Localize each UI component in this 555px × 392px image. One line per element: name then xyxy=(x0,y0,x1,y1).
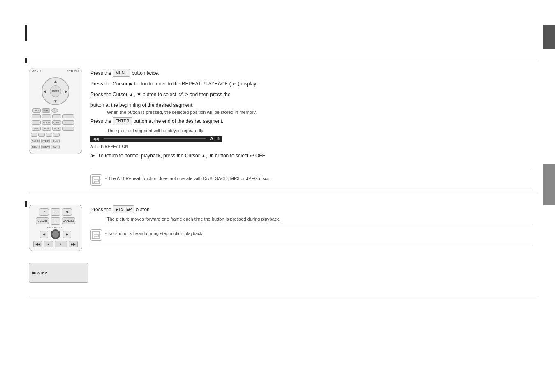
step3-text2: button at the beginning of the desired s… xyxy=(90,101,194,109)
remote-btn7: LOGIC xyxy=(52,120,61,125)
remote-btn9: ZOOM xyxy=(32,127,41,131)
remote-section1: MENU RETURN ▲ ▼ ◀ ▶ ENTER MP3 A-B ↩ A- xyxy=(29,68,88,158)
play-btn-prev: ◀◀ xyxy=(33,241,42,247)
remote-btn21: EFFECT xyxy=(41,145,50,149)
accent-bar-section1 xyxy=(25,58,27,63)
s2-step1-pre: Press the xyxy=(90,206,111,213)
arrow-left-icon: ◀ xyxy=(43,89,46,94)
remote-btn18: EFFECT xyxy=(41,139,50,143)
step1-text-suf: button twice. xyxy=(132,69,159,77)
step4-pre: Press the xyxy=(90,118,111,125)
remote-menu-label: MENU xyxy=(32,70,41,73)
ab-display-bar: ◀◀ A · B xyxy=(90,136,222,142)
svg-marker-4 xyxy=(97,179,101,182)
step4-suf: button at the end of the desired segment… xyxy=(134,118,224,125)
clear-btn: CLEAR xyxy=(36,217,49,224)
numpad-row2: CLEAR 0 CANCEL xyxy=(32,217,79,225)
num-7: 7 xyxy=(39,208,49,216)
s2-step1-sub: The picture moves forward one frame each… xyxy=(107,217,530,221)
step3-line: Press the Cursor ▲, ▼ button to select <… xyxy=(90,91,530,98)
arrow-up-icon: ▲ xyxy=(53,79,58,83)
divider-top xyxy=(29,61,539,61)
remote-btn19: D4+1 xyxy=(51,139,60,143)
remote-btn16 xyxy=(53,133,60,137)
enter-label: ENTER xyxy=(52,90,59,92)
s2-step1-suf: button. xyxy=(136,206,151,213)
step4-subnote: The specified segment will be played rep… xyxy=(107,128,530,133)
tip-box: ➤ To return to normal playback, press th… xyxy=(90,152,530,159)
accent-bar-section2 xyxy=(25,201,27,207)
play-btn-stop: ■ xyxy=(44,241,53,247)
right-accent-top xyxy=(543,25,555,49)
remote-btn14 xyxy=(38,133,45,137)
step1-text-pre: Press the xyxy=(90,69,111,77)
step3-text: Press the Cursor ▲, ▼ button to select <… xyxy=(90,91,231,98)
display-spacer xyxy=(104,138,206,139)
remote-btn1 xyxy=(32,114,41,118)
remote-btn-mp3: MP3 xyxy=(32,108,41,113)
remote-btn2 xyxy=(42,114,51,118)
step-display-label: ▶I STEP xyxy=(32,271,47,275)
section1-note-box: • The A-B Repeat function does not opera… xyxy=(90,171,530,189)
step3-subnote: When the button is pressed, the selected… xyxy=(107,110,530,115)
step2-line: Press the Cursor ▶ button to move to the… xyxy=(90,80,530,88)
step-left-btn: ◀ xyxy=(40,231,48,238)
step4-sub-text: The specified segment will be played rep… xyxy=(107,128,204,133)
remote-btn4 xyxy=(62,114,74,118)
step1-line: Press the MENU button twice. xyxy=(90,69,530,77)
section1-content: Press the MENU button twice. Press the C… xyxy=(90,69,530,159)
remote-btn20: MENU xyxy=(31,145,40,149)
remote-btn11: S.ETC xyxy=(52,127,61,131)
note-icon2 xyxy=(90,229,102,241)
remote-return-label: RETURN xyxy=(67,70,79,73)
step2-text: Press the Cursor ▶ button to move to the… xyxy=(90,80,257,88)
tip-text: To return to normal playback, press the … xyxy=(98,152,266,159)
remote-btn22: D4+1 xyxy=(51,145,60,149)
remote-btn10: V.STR xyxy=(42,127,51,131)
section2-note-box: • No sound is heard during step motion p… xyxy=(90,226,530,244)
enter-button-inline: ENTER xyxy=(113,117,132,125)
cancel-btn: CANCEL xyxy=(62,217,75,224)
play-btn-next: ▶▶ xyxy=(69,241,78,247)
step3-block: Press the Cursor ▲, ▼ button to select <… xyxy=(90,91,530,115)
num-9: 9 xyxy=(62,208,72,216)
numpad-row1: 7 8 9 xyxy=(32,208,79,216)
note-icon1 xyxy=(90,174,102,186)
step4-block: Press the ENTER button at the end of the… xyxy=(90,117,530,133)
remote-section2: 7 8 9 CLEAR 0 CANCEL STEP REPEAT ◀ ▶ xyxy=(29,205,88,251)
step-circle-btn xyxy=(51,229,60,239)
accent-bar-top xyxy=(25,25,27,41)
right-accent-mid xyxy=(543,164,555,205)
remote-btn3 xyxy=(52,114,61,118)
playback-row: ◀◀ ■ ▶I ▶▶ xyxy=(32,241,79,247)
svg-marker-10 xyxy=(97,234,101,237)
tip-arrow-icon: ➤ xyxy=(90,152,95,159)
display-left: ◀◀ xyxy=(93,137,99,141)
note2-text: • No sound is heard during step motion p… xyxy=(105,229,204,236)
divider-mid xyxy=(29,191,539,191)
remote-dpad: ▲ ▼ ◀ ▶ ENTER xyxy=(42,77,69,105)
arrow-right-icon: ▶ xyxy=(65,89,68,94)
section2-content: Press the ▶I STEP button. The picture mo… xyxy=(90,205,530,244)
step-motion-display: ▶I STEP xyxy=(29,263,88,283)
num-8: 8 xyxy=(51,208,60,216)
menu-button-inline: MENU xyxy=(113,69,130,77)
num-0: 0 xyxy=(51,217,60,225)
play-btn-step: ▶I xyxy=(55,241,67,247)
step-sm-label: STEP REPEAT xyxy=(47,226,64,229)
step2-1-line: Press the ▶I STEP button. xyxy=(90,205,530,213)
step-button-inline: ▶I STEP xyxy=(113,205,135,213)
remote-btn-ab: A-B xyxy=(42,108,50,113)
remote-btn6: A-TOM xyxy=(42,120,51,125)
divider-bottom xyxy=(29,296,539,296)
step-right-btn: ▶ xyxy=(63,231,71,238)
ab-sublabel: A TO B REPEAT ON xyxy=(90,144,530,149)
step4-line: Press the ENTER button at the end of the… xyxy=(90,117,530,125)
remote-btn-icon: ↩ xyxy=(51,108,58,113)
remote-btn15 xyxy=(46,133,52,137)
step-circle-inner xyxy=(52,231,59,238)
remote-btn12 xyxy=(62,127,74,131)
note1-text: • The A-B Repeat function does not opera… xyxy=(105,174,271,181)
remote-btn5 xyxy=(32,120,41,125)
remote-btn8 xyxy=(62,120,74,125)
